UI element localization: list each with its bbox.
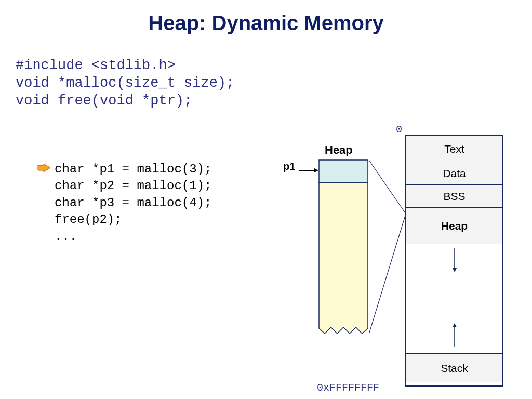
svg-rect-3 [319,160,368,183]
address-zero-label: 0 [396,124,402,136]
code-example: char *p1 = malloc(3); char *p2 = malloc(… [55,161,211,245]
stack-grow-arrow-icon [451,323,458,349]
connector-bottom [369,216,406,340]
code-declarations: #include <stdlib.h> void *malloc(size_t … [16,57,234,110]
p1-pointer-label: p1 [283,161,295,172]
segment-text: Text [406,136,502,162]
segment-stack: Stack [406,354,502,382]
segment-heap: Heap [406,208,502,244]
svg-marker-7 [453,268,457,272]
svg-line-5 [369,216,405,334]
heap-grow-arrow-icon [451,248,458,274]
arrow-bullet-icon [37,163,51,172]
address-max-label: 0xFFFFFFFF [317,382,379,394]
svg-line-4 [369,160,405,213]
slide-title: Heap: Dynamic Memory [0,11,532,35]
svg-marker-2 [314,168,318,172]
segment-data: Data [406,162,502,185]
svg-marker-9 [453,323,457,327]
heap-strip-label: Heap [325,143,353,157]
segment-bss: BSS [406,185,502,208]
segment-freespace [406,244,502,354]
p1-arrow-icon [299,166,318,175]
connector-top [369,135,406,218]
memory-layout-diagram: Text Data BSS Heap Stack [405,135,503,387]
svg-marker-0 [38,164,50,172]
heap-strip-diagram [318,159,368,336]
